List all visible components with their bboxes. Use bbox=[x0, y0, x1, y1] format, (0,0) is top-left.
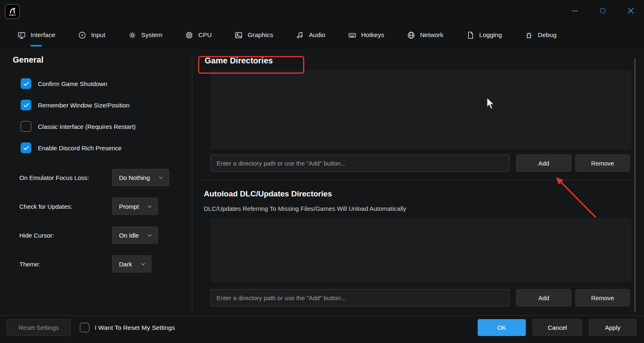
checkbox-label: Enable Discord Rich Presence bbox=[38, 145, 121, 152]
reset-confirm-label: I Want To Reset My Settings bbox=[95, 324, 175, 331]
cancel-button[interactable]: Cancel bbox=[532, 319, 582, 336]
general-panel: General Confirm Game Shutdown Remember W… bbox=[7, 49, 191, 315]
confirm-game-shutdown-row[interactable]: Confirm Game Shutdown bbox=[21, 78, 107, 89]
tab-label: System bbox=[141, 31, 163, 39]
settings-content: General Confirm Game Shutdown Remember W… bbox=[0, 49, 644, 315]
tab-label: Audio bbox=[309, 31, 325, 39]
checkbox-label: Classic Interface (Requires Restart) bbox=[38, 123, 136, 130]
titlebar bbox=[0, 0, 644, 21]
minimize-icon bbox=[572, 11, 578, 11]
section-divider bbox=[202, 180, 632, 180]
select-value: Do Nothing bbox=[119, 174, 150, 181]
classic-interface-row[interactable]: Classic Interface (Requires Restart) bbox=[21, 121, 136, 132]
game-directory-add-button[interactable]: Add bbox=[516, 154, 572, 172]
reset-settings-button[interactable]: Reset Settings bbox=[7, 319, 71, 336]
network-icon bbox=[407, 31, 415, 40]
settings-window: Interface Input System CPU Graphics bbox=[0, 0, 644, 343]
tab-label: Interface bbox=[30, 31, 55, 39]
check-icon bbox=[23, 102, 30, 109]
theme-select[interactable]: Dark bbox=[112, 255, 152, 273]
close-button[interactable] bbox=[619, 0, 642, 21]
autoload-directories-list[interactable] bbox=[210, 218, 631, 282]
remember-window-row[interactable]: Remember Window Size/Position bbox=[21, 100, 130, 110]
checkbox-label: Confirm Game Shutdown bbox=[38, 80, 107, 87]
debug-icon bbox=[525, 31, 533, 40]
check-updates-row: Check for Updates: Prompt bbox=[19, 198, 184, 215]
system-icon bbox=[128, 31, 137, 40]
maximize-icon bbox=[600, 8, 605, 13]
game-directory-input[interactable] bbox=[210, 154, 510, 172]
focus-loss-label: On Emulator Focus Loss: bbox=[19, 174, 89, 181]
app-logo[interactable] bbox=[5, 4, 20, 19]
checkbox-label: Remember Window Size/Position bbox=[38, 102, 130, 109]
discord-presence-row[interactable]: Enable Discord Rich Presence bbox=[21, 142, 121, 153]
graphics-icon bbox=[234, 31, 243, 40]
hide-cursor-label: Hide Cursor: bbox=[19, 232, 54, 239]
autoload-directories-title: Autoload DLC/Updates Directories bbox=[204, 189, 332, 198]
panel-divider bbox=[192, 54, 192, 311]
tab-interface[interactable]: Interface bbox=[17, 21, 55, 49]
check-updates-label: Check for Updates: bbox=[19, 203, 72, 210]
game-directories-list[interactable] bbox=[210, 70, 631, 149]
tab-cpu[interactable]: CPU bbox=[185, 21, 212, 49]
hide-cursor-row: Hide Cursor: On Idle bbox=[19, 226, 184, 244]
tab-graphics[interactable]: Graphics bbox=[234, 21, 273, 49]
autoload-directory-remove-button[interactable]: Remove bbox=[575, 289, 630, 306]
maximize-button[interactable] bbox=[591, 0, 614, 21]
right-panel-scrollbar[interactable] bbox=[634, 58, 636, 312]
tab-label: Input bbox=[91, 31, 105, 39]
chevron-down-icon bbox=[147, 233, 152, 238]
tab-label: Graphics bbox=[247, 31, 273, 39]
tab-hotkeys[interactable]: Hotkeys bbox=[348, 21, 384, 49]
general-title: General bbox=[13, 55, 43, 65]
cpu-icon bbox=[185, 31, 194, 40]
input-icon bbox=[78, 31, 86, 40]
logging-icon bbox=[466, 31, 475, 40]
game-directory-remove-button[interactable]: Remove bbox=[575, 154, 630, 172]
discord-presence-checkbox[interactable] bbox=[21, 142, 31, 153]
tab-label: Network bbox=[420, 31, 443, 39]
check-icon bbox=[23, 80, 30, 87]
check-updates-select[interactable]: Prompt bbox=[112, 198, 158, 215]
chevron-down-icon bbox=[158, 175, 163, 180]
reset-confirm-checkbox[interactable] bbox=[80, 323, 89, 332]
tab-system[interactable]: System bbox=[128, 21, 163, 49]
close-icon bbox=[628, 8, 634, 14]
tab-logging[interactable]: Logging bbox=[466, 21, 502, 49]
focus-loss-row: On Emulator Focus Loss: Do Nothing bbox=[19, 169, 184, 186]
tab-audio[interactable]: Audio bbox=[296, 21, 325, 49]
tab-label: Logging bbox=[479, 31, 502, 39]
tab-bar: Interface Input System CPU Graphics bbox=[0, 21, 644, 49]
footer-bar: Reset Settings I Want To Reset My Settin… bbox=[0, 315, 644, 343]
directories-panel: Game Directories Add Remove Autoload DLC… bbox=[202, 49, 632, 315]
autoload-directory-input[interactable] bbox=[210, 289, 510, 306]
tab-network[interactable]: Network bbox=[407, 21, 443, 49]
minimize-button[interactable] bbox=[563, 0, 586, 21]
select-value: Dark bbox=[119, 261, 132, 268]
apply-button[interactable]: Apply bbox=[589, 319, 637, 336]
active-tab-indicator bbox=[30, 45, 42, 47]
hotkeys-icon bbox=[348, 31, 357, 40]
hide-cursor-select[interactable]: On Idle bbox=[112, 226, 158, 244]
tab-label: CPU bbox=[198, 31, 212, 39]
audio-icon bbox=[296, 31, 304, 40]
tab-debug[interactable]: Debug bbox=[525, 21, 557, 49]
interface-icon bbox=[17, 31, 26, 40]
confirm-game-shutdown-checkbox[interactable] bbox=[21, 78, 31, 89]
chevron-down-icon bbox=[140, 261, 146, 267]
autoload-directory-add-button[interactable]: Add bbox=[516, 289, 572, 306]
theme-label: Theme: bbox=[19, 261, 40, 268]
remember-window-checkbox[interactable] bbox=[21, 100, 31, 110]
chevron-down-icon bbox=[147, 204, 152, 209]
classic-interface-checkbox[interactable] bbox=[21, 121, 31, 132]
tab-input[interactable]: Input bbox=[78, 21, 105, 49]
tab-label: Hotkeys bbox=[361, 31, 384, 39]
theme-row: Theme: Dark bbox=[19, 255, 184, 273]
tab-label: Debug bbox=[538, 31, 557, 39]
check-icon bbox=[23, 145, 30, 152]
ok-button[interactable]: OK bbox=[478, 319, 526, 336]
select-value: On Idle bbox=[119, 232, 139, 239]
ryujinx-logo-icon bbox=[7, 6, 18, 17]
focus-loss-select[interactable]: Do Nothing bbox=[112, 169, 169, 186]
select-value: Prompt bbox=[119, 203, 139, 210]
